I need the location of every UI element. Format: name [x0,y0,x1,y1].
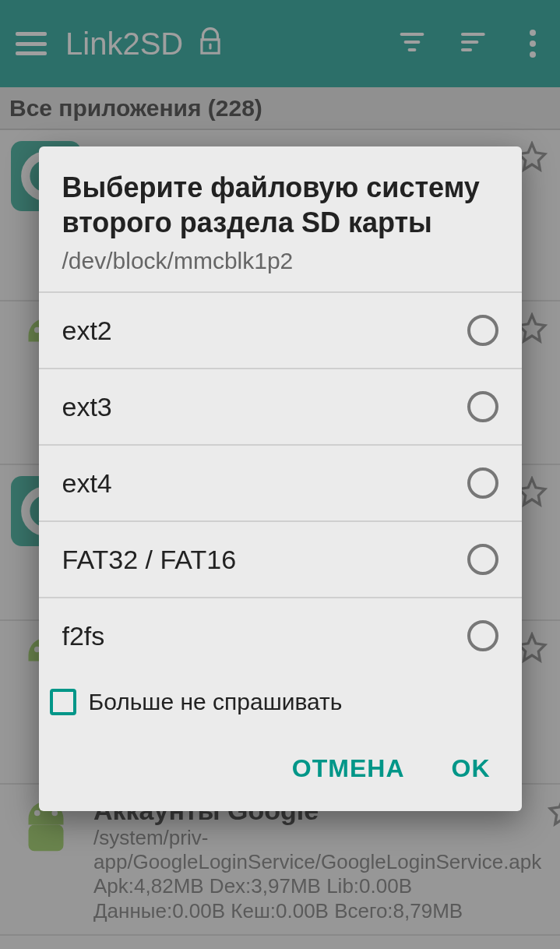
radio-icon [467,315,498,346]
radio-icon [467,391,498,422]
option-label: FAT32 / FAT16 [62,545,237,575]
fs-option-ext2[interactable]: ext2 [39,293,522,369]
dialog-scrim[interactable]: Выберите файловую систему второго раздел… [0,0,560,949]
fs-option-fat[interactable]: FAT32 / FAT16 [39,522,522,598]
option-label: ext4 [62,468,112,499]
option-label: ext2 [62,316,112,346]
option-label: ext3 [62,392,112,422]
filesystem-dialog: Выберите файловую систему второго раздел… [39,146,522,811]
checkbox-icon [50,689,76,715]
dialog-actions: ОТМЕНА OK [39,723,522,811]
dialog-title: Выберите файловую систему второго раздел… [62,170,498,240]
radio-icon [467,620,498,651]
radio-icon [467,544,498,575]
cancel-button[interactable]: ОТМЕНА [292,754,405,783]
dialog-subtitle: /dev/block/mmcblk1p2 [62,248,498,274]
radio-icon [467,467,498,499]
fs-option-f2fs[interactable]: f2fs [39,598,522,673]
ok-button[interactable]: OK [452,754,491,783]
option-label: f2fs [62,621,105,651]
dont-ask-row[interactable]: Больше не спрашивать [39,673,522,723]
dialog-header: Выберите файловую систему второго раздел… [39,146,522,293]
dont-ask-label: Больше не спрашивать [89,689,343,715]
fs-option-ext3[interactable]: ext3 [39,369,522,446]
fs-option-ext4[interactable]: ext4 [39,446,522,522]
